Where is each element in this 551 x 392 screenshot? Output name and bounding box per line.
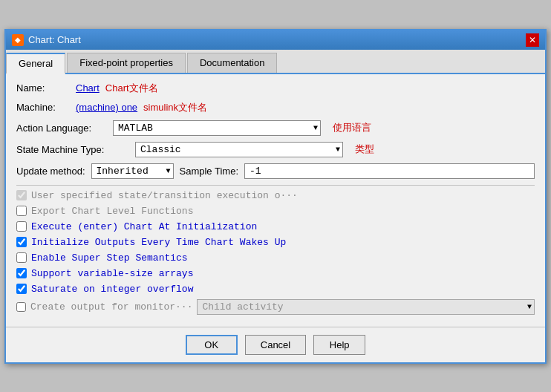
checkbox-enable-super: Enable Super Step Semantics bbox=[16, 252, 535, 264]
checkbox-init-outputs-label: Initialize Outputs Every Time Chart Wake… bbox=[31, 237, 286, 248]
divider-1 bbox=[16, 185, 535, 186]
checkbox-user-state-input[interactable] bbox=[16, 190, 27, 200]
checkbox-saturate: Saturate on integer overflow bbox=[16, 284, 535, 295]
machine-label: Machine: bbox=[16, 102, 76, 113]
checkbox-saturate-input[interactable] bbox=[16, 284, 27, 294]
machine-row: Machine: (machine) one simulink文件名 bbox=[16, 101, 535, 114]
dialog-title: Chart: Chart bbox=[28, 34, 81, 45]
action-language-select-wrapper: MATLAB C ▼ bbox=[113, 120, 321, 136]
checkbox-enable-super-input[interactable] bbox=[16, 252, 27, 263]
dialog-window: ◆ Chart: Chart ✕ General Fixed-point pro… bbox=[4, 29, 547, 364]
content-area: Name: Chart Chart文件名 Machine: (machine) … bbox=[6, 74, 545, 327]
update-method-row: Update method: Inherited Discrete Contin… bbox=[16, 163, 535, 179]
checkbox-execute-init-input[interactable] bbox=[16, 221, 27, 232]
monitor-row: Create output for monitor··· Child activ… bbox=[16, 299, 535, 315]
action-language-label: Action Language: bbox=[16, 122, 113, 134]
checkbox-monitor-label: Create output for monitor··· bbox=[30, 301, 192, 313]
action-language-select[interactable]: MATLAB C bbox=[113, 120, 321, 136]
checkbox-export-chart: Export Chart Level Functions bbox=[16, 206, 535, 217]
name-row: Name: Chart Chart文件名 bbox=[16, 82, 535, 95]
title-bar: ◆ Chart: Chart ✕ bbox=[6, 30, 545, 50]
tab-documentation[interactable]: Documentation bbox=[187, 53, 277, 73]
state-machine-type-select[interactable]: Classic Mealy Moore bbox=[135, 142, 343, 157]
machine-value[interactable]: (machine) one bbox=[76, 102, 137, 113]
update-method-select[interactable]: Inherited Discrete Continuous bbox=[91, 163, 174, 179]
checkbox-init-outputs-input[interactable] bbox=[16, 237, 27, 247]
cancel-button[interactable]: Cancel bbox=[245, 335, 306, 355]
state-machine-type-annotation: 类型 bbox=[355, 143, 374, 156]
tab-fixed-point[interactable]: Fixed-point properties bbox=[67, 53, 186, 73]
action-language-annotation: 使用语言 bbox=[333, 121, 371, 134]
checkbox-execute-init: Execute (enter) Chart At Initialization bbox=[16, 221, 535, 232]
checkbox-user-state: User specified state/transition executio… bbox=[16, 190, 535, 201]
checkbox-support-arrays-label: Support variable-size arrays bbox=[31, 268, 193, 279]
sample-time-input[interactable]: -1 bbox=[244, 163, 535, 179]
state-machine-type-label: State Machine Type: bbox=[16, 144, 135, 155]
checkbox-user-state-label: User specified state/transition executio… bbox=[31, 190, 298, 201]
monitor-select-wrapper: Child activity ▼ bbox=[197, 299, 535, 315]
action-language-row: Action Language: MATLAB C ▼ 使用语言 bbox=[16, 120, 535, 136]
checkbox-enable-super-label: Enable Super Step Semantics bbox=[31, 252, 188, 264]
update-method-select-wrapper: Inherited Discrete Continuous ▼ bbox=[91, 163, 174, 179]
close-button[interactable]: ✕ bbox=[526, 33, 539, 47]
checkbox-support-arrays-input[interactable] bbox=[16, 268, 27, 278]
checkbox-saturate-label: Saturate on integer overflow bbox=[31, 284, 193, 295]
ok-button[interactable]: OK bbox=[186, 335, 238, 355]
checkbox-export-chart-input[interactable] bbox=[16, 206, 27, 216]
checkbox-monitor-input[interactable] bbox=[16, 302, 26, 312]
checkbox-execute-init-label: Execute (enter) Chart At Initialization bbox=[31, 221, 257, 232]
update-method-label: Update method: bbox=[16, 166, 85, 177]
checkbox-init-outputs: Initialize Outputs Every Time Chart Wake… bbox=[16, 237, 535, 248]
checkbox-support-arrays: Support variable-size arrays bbox=[16, 268, 535, 279]
checkbox-export-chart-label: Export Chart Level Functions bbox=[31, 206, 193, 217]
monitor-select[interactable]: Child activity bbox=[197, 299, 535, 315]
name-annotation: Chart文件名 bbox=[105, 82, 158, 95]
state-machine-type-select-wrapper: Classic Mealy Moore ▼ bbox=[135, 142, 343, 157]
tab-general[interactable]: General bbox=[6, 53, 65, 74]
name-value[interactable]: Chart bbox=[76, 82, 100, 94]
name-label: Name: bbox=[16, 82, 76, 94]
title-bar-left: ◆ Chart: Chart bbox=[12, 34, 81, 46]
footer: OK Cancel Help bbox=[6, 327, 545, 362]
tab-bar: General Fixed-point properties Documenta… bbox=[6, 50, 545, 74]
machine-annotation: simulink文件名 bbox=[143, 101, 207, 114]
help-button[interactable]: Help bbox=[313, 335, 365, 355]
app-icon: ◆ bbox=[12, 34, 24, 46]
sample-time-label: Sample Time: bbox=[180, 166, 238, 177]
state-machine-type-row: State Machine Type: Classic Mealy Moore … bbox=[16, 142, 535, 157]
